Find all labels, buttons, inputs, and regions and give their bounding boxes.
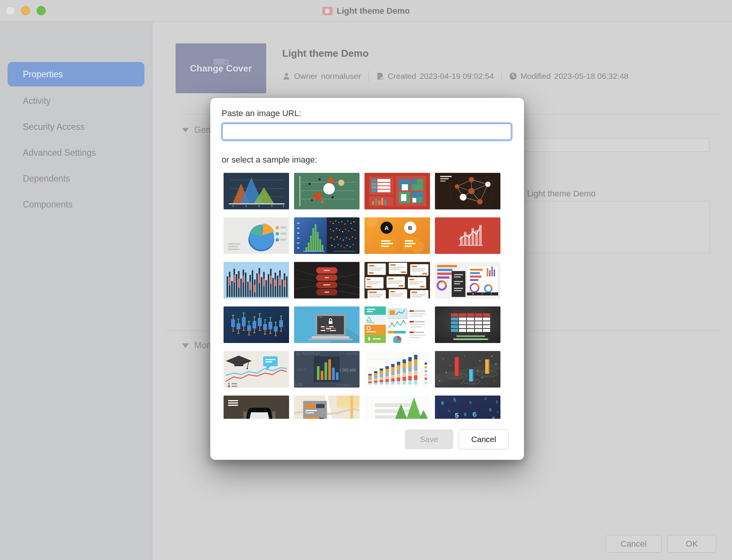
change-cover-button[interactable]: Change Cover <box>176 43 266 93</box>
url-label: Paste an image URL: <box>222 108 301 118</box>
sample-image-bubble-scatter-green[interactable] <box>294 173 360 209</box>
svg-text:6: 6 <box>489 408 492 413</box>
page-title: Light theme Demo <box>282 48 369 59</box>
svg-text:5: 5 <box>455 412 459 419</box>
document-plus-icon <box>376 72 384 80</box>
window-title: Light theme Demo <box>337 6 410 16</box>
sidebar-item-components[interactable]: Components <box>0 191 152 217</box>
sample-image-trees-bars-light[interactable] <box>364 396 430 419</box>
sample-image-kanban-cards-dark[interactable] <box>364 262 430 298</box>
sample-image-columns-3d-dark[interactable] <box>435 351 500 388</box>
sidebar-item-activity[interactable]: Activity <box>0 88 152 114</box>
sample-image-laptop-security-blue[interactable] <box>294 306 360 343</box>
sample-image-bars-line-red[interactable] <box>435 217 500 254</box>
svg-text:1: 1 <box>496 400 498 404</box>
sample-image-stacked-bars-rising[interactable] <box>364 351 430 388</box>
title-bar: Light theme Demo <box>0 0 732 22</box>
section-more[interactable]: More <box>182 340 214 351</box>
svg-text:9: 9 <box>464 412 467 418</box>
created-value: 2023-04-19 09:02:54 <box>420 72 494 81</box>
person-icon <box>282 72 291 80</box>
sample-image-network-graph-dark[interactable] <box>435 173 500 209</box>
svg-text:12,763,876.87: 12,763,876.87 <box>296 351 320 356</box>
sample-image-candlestick-dense-blue[interactable] <box>224 262 289 298</box>
svg-text:8: 8 <box>484 397 487 401</box>
svg-text:398,23: 398,23 <box>296 368 307 372</box>
clock-icon <box>509 72 517 80</box>
disclosure-triangle-icon <box>182 128 189 132</box>
sample-image-infographic-panels[interactable] <box>364 306 430 343</box>
svg-text:5: 5 <box>453 397 456 403</box>
sample-image-grid: A B <box>224 173 500 419</box>
svg-text:9: 9 <box>448 409 450 413</box>
change-cover-dialog: Paste an image URL: or select a sample i… <box>210 98 524 460</box>
metadata-row: Owner normaluser Created 2023-04-19 09:0… <box>282 71 628 81</box>
modified-group: Modified 2023-05-18 06:32:48 <box>509 72 628 81</box>
save-button[interactable]: Save <box>405 429 453 449</box>
sample-image-digits-rain-navy[interactable]: 6 5 5 8 1 9 5 9 6 6 4 9 8 9 2 <box>435 396 500 419</box>
sidebar-item-security-access[interactable]: Security Access <box>0 114 152 140</box>
svg-text:176,298,736: 176,298,736 <box>339 352 358 356</box>
svg-text:8: 8 <box>492 416 495 419</box>
svg-text:9: 9 <box>481 418 483 419</box>
sample-image-area-peaks-dark[interactable] <box>224 173 289 209</box>
modified-label: Modified <box>521 72 551 81</box>
sidebar: Properties Activity Security Access Adva… <box>0 22 152 560</box>
sample-image-pie-3d-light[interactable] <box>224 217 289 254</box>
sample-image-dashboard-red[interactable] <box>364 173 430 209</box>
sidebar-item-dependents[interactable]: Dependents <box>0 166 152 191</box>
sample-label: or select a sample image: <box>222 155 317 165</box>
sample-image-histogram-confetti[interactable] <box>294 217 360 254</box>
svg-text:6.35: 6.35 <box>295 383 302 387</box>
owner-value: normaluser <box>321 72 361 81</box>
disclosure-triangle-icon <box>182 343 189 348</box>
name-field-value: Light theme Demo <box>527 189 596 199</box>
owner-label: Owner <box>294 72 318 81</box>
document-badge-icon <box>322 7 332 15</box>
svg-text:4: 4 <box>497 410 499 414</box>
created-group: Created 2023-04-19 09:02:54 <box>376 72 494 81</box>
sample-image-table-dark-red-header[interactable] <box>435 306 500 343</box>
svg-text:6: 6 <box>472 410 477 419</box>
sample-image-car-dark[interactable] <box>224 396 289 419</box>
image-url-input[interactable] <box>222 124 511 140</box>
sample-image-map-with-panel[interactable] <box>294 396 360 419</box>
created-label: Created <box>388 72 416 81</box>
change-cover-label: Change Cover <box>190 63 252 74</box>
sidebar-item-advanced-settings[interactable]: Advanced Settings <box>0 140 152 166</box>
sample-image-ab-comparison-orange[interactable]: A B <box>364 217 430 254</box>
svg-text:A: A <box>385 225 389 231</box>
app-window: Light theme Demo Properties Activity Sec… <box>0 0 732 560</box>
sample-image-report-dashboard-light[interactable] <box>435 262 500 298</box>
meta-divider <box>501 71 502 81</box>
owner-group: Owner normaluser <box>282 72 361 81</box>
sample-image-numbers-bars-dark[interactable]: 12,763,876.87 176,298,736 398,23 34,389,… <box>294 351 360 388</box>
sidebar-item-properties[interactable]: Properties <box>8 62 144 86</box>
svg-text:874,986.0: 874,986.0 <box>337 383 352 387</box>
sample-image-education-line-chart[interactable] <box>224 351 289 388</box>
svg-text:5: 5 <box>469 400 472 405</box>
modified-value: 2023-05-18 06:32:48 <box>554 72 628 81</box>
sample-image-boxplot-navy[interactable] <box>224 306 289 343</box>
window-ok-button[interactable]: OK <box>667 535 716 553</box>
svg-text:B: B <box>408 225 412 231</box>
meta-divider <box>368 71 369 81</box>
dialog-cancel-button[interactable]: Cancel <box>459 429 509 449</box>
sample-image-database-stack-red[interactable] <box>294 262 360 298</box>
window-cancel-button[interactable]: Cancel <box>606 535 662 553</box>
svg-text:6: 6 <box>441 400 444 406</box>
